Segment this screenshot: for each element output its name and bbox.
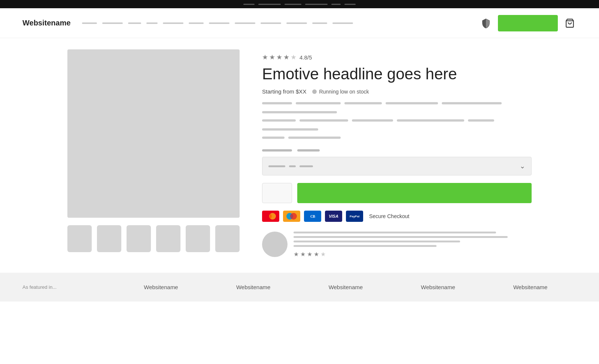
- variant-dropdown[interactable]: ⌄: [262, 157, 532, 175]
- featured-footer: As featured in... Websitename Websitenam…: [0, 273, 599, 302]
- desc-line: [262, 102, 292, 104]
- nav-item[interactable]: [189, 22, 204, 24]
- stock-dot: [312, 89, 317, 94]
- desc-line: [300, 119, 348, 122]
- rating-score: 4.8/5: [300, 54, 312, 61]
- desc-line: [262, 119, 296, 122]
- thumbnail-row: [67, 225, 240, 252]
- price-stock-row: Starting from $XX Running low on stock: [262, 88, 532, 95]
- nav-item[interactable]: [146, 22, 158, 24]
- dropdown-dash: [300, 165, 313, 167]
- stock-text: Running low on stock: [319, 89, 369, 95]
- options-labels: [262, 149, 532, 152]
- product-main-image[interactable]: [67, 49, 240, 218]
- nav-item[interactable]: [312, 22, 327, 24]
- option-label: [262, 149, 292, 152]
- price-label: Starting from $XX: [262, 88, 306, 95]
- top-announcement-bar: [0, 0, 599, 8]
- quantity-stepper[interactable]: [262, 183, 292, 203]
- paypal-icon: PayPal: [346, 211, 363, 222]
- thumbnail-4[interactable]: [156, 225, 180, 252]
- top-bar-dash: [243, 4, 255, 5]
- thumbnail-2[interactable]: [97, 225, 121, 252]
- product-page: ★ ★ ★ ★ ★ 4.8/5 Emotive headline goes he…: [37, 38, 562, 269]
- top-bar-dash: [331, 4, 341, 5]
- footer-brand-3: Websitename: [300, 284, 392, 290]
- top-bar-dash: [285, 4, 301, 5]
- secure-checkout-text: Secure Checkout: [369, 213, 409, 219]
- review-text: [294, 232, 532, 247]
- desc-line: [397, 119, 464, 122]
- svg-point-4: [290, 213, 297, 220]
- site-logo[interactable]: Websitename: [22, 19, 71, 27]
- star-rating: ★ ★ ★ ★ ★: [262, 53, 297, 61]
- site-header: Websitename: [0, 8, 599, 38]
- mastercard-icon: [262, 211, 279, 222]
- review-block: ★ ★ ★ ★ ★: [262, 232, 532, 258]
- footer-brand-1: Websitename: [115, 284, 207, 290]
- product-headline: Emotive headline goes here: [262, 65, 532, 83]
- dropdown-dash: [268, 165, 285, 167]
- add-to-cart-button[interactable]: [297, 183, 532, 203]
- nav-item[interactable]: [163, 22, 183, 24]
- review-line: [294, 245, 437, 247]
- product-images: [67, 49, 240, 258]
- desc-line: [386, 102, 438, 104]
- nav-item[interactable]: [235, 22, 255, 24]
- footer-brand-5: Websitename: [484, 284, 577, 290]
- rating-row: ★ ★ ★ ★ ★ 4.8/5: [262, 53, 532, 61]
- header-actions: [479, 15, 577, 31]
- stock-indicator: Running low on stock: [312, 89, 369, 95]
- desc-line: [442, 102, 502, 104]
- thumbnail-1[interactable]: [67, 225, 92, 252]
- visa-icon: VISA: [325, 211, 342, 222]
- header-cta-button[interactable]: [498, 15, 558, 31]
- desc-line: [344, 102, 382, 104]
- nav-item[interactable]: [286, 22, 307, 24]
- desc-line: [262, 137, 285, 139]
- top-bar-dash: [344, 4, 356, 5]
- main-nav: [82, 22, 468, 24]
- dropdown-dash: [289, 165, 296, 167]
- desc-line: [288, 137, 341, 139]
- nav-item[interactable]: [128, 22, 141, 24]
- payment-icons-row: CB VISA PayPal Secure Checkout: [262, 211, 532, 222]
- maestro-icon: [283, 211, 300, 222]
- review-line: [294, 236, 508, 238]
- thumbnail-6[interactable]: [215, 225, 240, 252]
- thumbnail-5[interactable]: [186, 225, 210, 252]
- nav-item[interactable]: [332, 22, 353, 24]
- desc-line: [468, 119, 494, 122]
- cb-icon: CB: [304, 211, 321, 222]
- nav-item[interactable]: [82, 22, 97, 24]
- footer-brand-2: Websitename: [207, 284, 300, 290]
- footer-brand-4: Websitename: [392, 284, 484, 290]
- dropdown-placeholder: [268, 165, 313, 167]
- review-line: [294, 232, 496, 233]
- desc-line: [262, 111, 337, 113]
- review-content: ★ ★ ★ ★ ★: [294, 232, 532, 258]
- nav-item[interactable]: [261, 22, 281, 24]
- review-stars: ★ ★ ★ ★ ★: [294, 251, 532, 258]
- review-line: [294, 241, 460, 242]
- featured-label: As featured in...: [22, 284, 115, 290]
- desc-line: [296, 102, 341, 104]
- buy-row: [262, 183, 532, 203]
- thumbnail-3[interactable]: [127, 225, 151, 252]
- top-bar-dash: [305, 4, 328, 5]
- shield-icon[interactable]: [479, 16, 493, 30]
- product-details: ★ ★ ★ ★ ★ 4.8/5 Emotive headline goes he…: [262, 49, 532, 258]
- option-label: [297, 149, 320, 152]
- nav-item[interactable]: [102, 22, 123, 24]
- nav-item[interactable]: [209, 22, 229, 24]
- reviewer-avatar: [262, 232, 288, 257]
- cart-icon[interactable]: [563, 16, 577, 30]
- desc-line: [352, 119, 393, 122]
- product-description: [262, 102, 532, 142]
- chevron-down-icon: ⌄: [520, 162, 525, 170]
- top-bar-dash: [258, 4, 281, 5]
- desc-line: [262, 128, 318, 131]
